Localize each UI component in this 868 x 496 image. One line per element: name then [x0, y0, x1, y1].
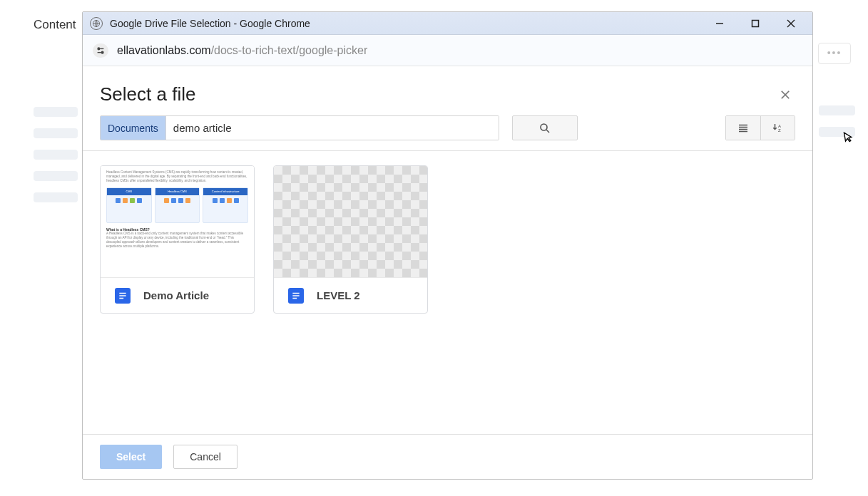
- window-title: Google Drive File Selection - Google Chr…: [110, 18, 310, 29]
- window-titlebar: Google Drive File Selection - Google Chr…: [83, 12, 812, 35]
- url-host: ellavationlabs.com: [117, 44, 211, 56]
- site-settings-icon[interactable]: [93, 43, 108, 58]
- list-view-button[interactable]: [726, 116, 760, 140]
- sort-button[interactable]: A Z: [760, 116, 795, 140]
- svg-point-5: [98, 48, 100, 50]
- file-thumbnail: Headless Content Management Systems (CMS…: [101, 166, 254, 277]
- file-card[interactable]: LEVEL 2: [273, 165, 428, 314]
- search-filter-chip[interactable]: Documents: [101, 116, 166, 140]
- search-box: Documents: [100, 115, 499, 140]
- svg-text:A: A: [778, 123, 781, 128]
- url-path: /docs-to-rich-text/google-picker: [211, 44, 368, 56]
- svg-line-12: [546, 130, 549, 133]
- window-maximize-button[interactable]: [741, 14, 770, 33]
- window-close-button[interactable]: [777, 14, 805, 33]
- svg-text:Z: Z: [778, 128, 781, 133]
- file-card[interactable]: Headless Content Management Systems (CMS…: [100, 165, 255, 314]
- file-name-label: LEVEL 2: [317, 289, 360, 301]
- file-grid: Headless Content Management Systems (CMS…: [83, 151, 812, 434]
- search-button[interactable]: [512, 115, 578, 140]
- bg-content-label: Content: [34, 18, 76, 32]
- bg-skeleton-left: [34, 107, 78, 214]
- globe-icon: [90, 17, 103, 30]
- file-name-label: Demo Article: [143, 289, 209, 301]
- chrome-window: Google Drive File Selection - Google Chr…: [82, 11, 813, 480]
- svg-point-11: [541, 124, 547, 130]
- google-doc-icon: [115, 288, 131, 304]
- svg-rect-2: [752, 20, 759, 26]
- cancel-button[interactable]: Cancel: [173, 445, 238, 469]
- svg-point-7: [101, 51, 103, 53]
- url-display[interactable]: ellavationlabs.com/docs-to-rich-text/goo…: [117, 44, 367, 57]
- bg-overflow-chip[interactable]: •••: [818, 43, 851, 64]
- address-bar: ellavationlabs.com/docs-to-rich-text/goo…: [83, 35, 812, 66]
- window-minimize-button[interactable]: [705, 14, 734, 33]
- google-doc-icon: [288, 288, 304, 304]
- file-thumbnail: [274, 166, 427, 277]
- cursor-icon: [842, 130, 856, 147]
- picker-title: Select a file: [100, 83, 775, 105]
- search-input[interactable]: [166, 116, 499, 140]
- select-button[interactable]: Select: [100, 445, 162, 469]
- picker-close-button[interactable]: [775, 85, 795, 105]
